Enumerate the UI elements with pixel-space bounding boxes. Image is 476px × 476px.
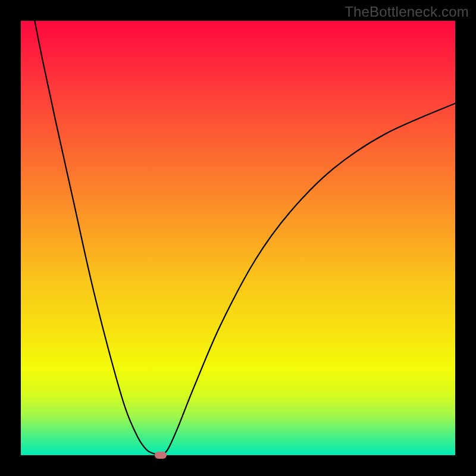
- curve-path: [35, 21, 455, 455]
- bottleneck-curve: [21, 21, 455, 455]
- plot-area: [21, 21, 455, 455]
- optimum-marker: [155, 452, 167, 459]
- watermark-text: TheBottleneck.com: [345, 4, 469, 20]
- chart-frame: TheBottleneck.com: [0, 0, 476, 476]
